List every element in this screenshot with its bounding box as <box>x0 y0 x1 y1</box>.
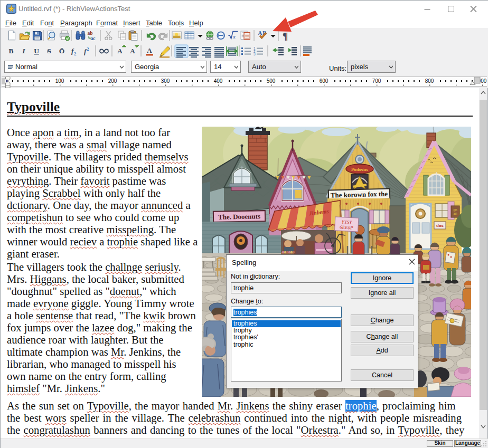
svg-text:Ō: Ō <box>59 47 65 55</box>
svg-text:das: das <box>436 223 444 228</box>
svg-text:x: x <box>232 33 236 40</box>
svg-text:100: 100 <box>55 78 64 84</box>
svg-text:an: an <box>453 212 457 215</box>
svg-text:200: 200 <box>108 78 117 84</box>
svg-text:B: B <box>8 47 13 55</box>
svg-text:A: A <box>258 30 262 36</box>
svg-text:6EE0P: 6EE0P <box>340 224 353 230</box>
svg-text:¶: ¶ <box>283 31 288 42</box>
svg-text:ac: ac <box>90 36 95 41</box>
svg-text:S: S <box>47 47 51 55</box>
svg-text:The. Dooenuts: The. Dooenuts <box>218 212 260 221</box>
svg-text:400: 400 <box>214 78 223 84</box>
svg-text:500: 500 <box>267 78 276 84</box>
svg-text:3: 3 <box>254 52 256 56</box>
svg-text:The korown fox the: The korown fox the <box>331 190 388 199</box>
svg-text:300: 300 <box>161 78 170 84</box>
svg-text:A: A <box>117 47 123 55</box>
svg-text:I: I <box>22 47 25 55</box>
svg-text:9inbeius: 9inbeius <box>351 167 368 172</box>
svg-text:600: 600 <box>320 78 329 84</box>
svg-text:A: A <box>130 47 135 55</box>
svg-text:800: 800 <box>425 78 434 84</box>
svg-text:ab: ab <box>87 31 92 36</box>
svg-text:2: 2 <box>87 46 89 52</box>
svg-text:2: 2 <box>74 51 77 56</box>
svg-text:U: U <box>34 47 39 55</box>
svg-text:A: A <box>147 46 152 54</box>
svg-text:700: 700 <box>372 78 381 84</box>
